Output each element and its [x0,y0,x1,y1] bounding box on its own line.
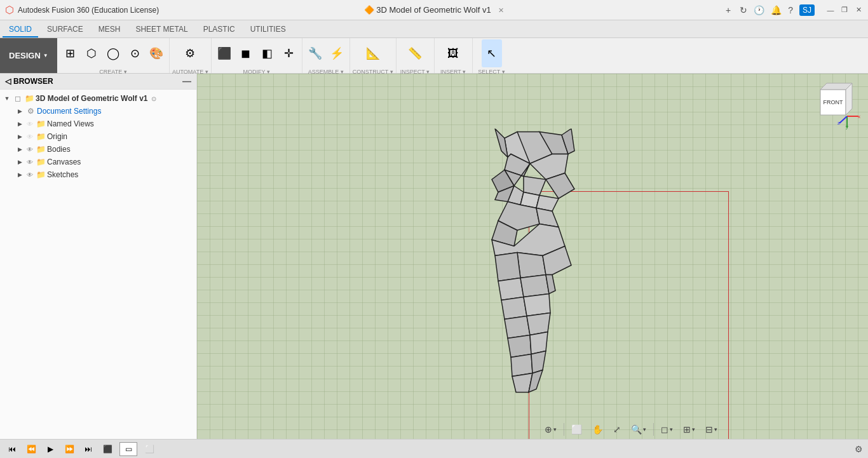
automate-button[interactable]: ⚙ [180,39,200,67]
tree-root-arrow[interactable]: ▼ [3,94,11,103]
tab-mesh[interactable]: MESH [92,22,127,37]
minimize-button[interactable]: — [826,6,835,15]
named-views-label: Named Views [47,119,94,128]
svg-marker-19 [517,252,546,278]
toolbar: DESIGN ▼ ⊞ ⬡ ◯ ⊙ 🎨 [0,38,868,74]
tab-solid[interactable]: SOLID [3,22,38,37]
notification-icon[interactable]: 🔔 [771,5,782,15]
canvases-folder-icon: 📁 [36,157,46,167]
toolbar-select-section: ↖ SELECT ▾ [473,38,511,73]
create-revolve-button[interactable]: ◯ [103,39,123,67]
anim-settings-icon[interactable]: ⚙ [855,444,863,454]
tab-sheet-metal[interactable]: SHEET METAL [129,22,194,37]
toolbar-construct-section: 📐 CONSTRUCT ▾ [350,38,397,73]
modify-push-pull-button[interactable]: ⬛ [214,39,234,67]
design-button[interactable]: DESIGN ▼ [0,38,57,73]
named-views-arrow[interactable]: ▶ [15,119,24,128]
bodies-label: Bodies [47,145,71,154]
modify-chamfer-button[interactable]: ◧ [257,39,278,67]
create-new-component-button[interactable]: ⊞ [60,39,80,67]
sketches-arrow[interactable]: ▶ [15,170,24,179]
viewport[interactable]: FRONT x y z ⊕ ▾ ⬜ [197,74,868,458]
anim-step-forward-button[interactable]: ⏩ [62,442,76,456]
assemble-button[interactable]: 🔧 [305,39,325,67]
animation-bar: ⏮ ⏪ ▶ ⏩ ⏭ ⬛ ▭ ⬜ ⚙ [0,439,868,458]
extrude-icon: ⬡ [86,48,97,59]
help-icon[interactable]: ? [788,5,793,15]
bodies-arrow[interactable]: ▶ [15,145,24,154]
browser-back-icon[interactable]: ◁ [5,77,11,86]
fit-view-button[interactable]: ⬜ [568,423,585,436]
svg-text:y: y [846,124,848,130]
view-cube[interactable]: FRONT x y z [811,80,862,131]
grid-button[interactable]: ⊞ ▾ [680,423,698,436]
anim-skip-forward-button[interactable]: ⏭ [81,442,95,456]
construct-button[interactable]: 📐 [363,39,383,67]
design-label: DESIGN [9,51,41,60]
automate-icon: ⚙ [185,48,195,59]
user-avatar[interactable]: SJ [799,4,815,16]
joint-icon: ⚡ [330,48,344,59]
refresh-icon[interactable]: ↻ [740,5,747,15]
modify-move-button[interactable]: ✛ [279,39,299,67]
toolbar-modify-section: ⬛ ◼ ◧ ✛ MODIFY ▾ [212,38,302,73]
new-tab-icon[interactable]: + [726,5,731,15]
tab-surface[interactable]: SURFACE [41,22,90,37]
zoom-select-button[interactable]: 🔍 ▾ [628,423,649,436]
svg-marker-25 [501,297,527,319]
anim-frame-icon-1[interactable]: ⬛ [100,442,114,456]
history-icon[interactable]: 🕐 [754,5,764,15]
canvases-arrow[interactable]: ▶ [15,158,24,166]
titlebar-right: + ↻ 🕐 🔔 ? SJ — ❐ ✕ [726,4,863,16]
browser-collapse-icon[interactable]: — [182,76,191,86]
design-arrow-icon: ▼ [43,53,48,58]
anim-frame-icon-2[interactable]: ▭ [119,442,137,456]
insert-button[interactable]: 🖼 [443,39,463,67]
svg-marker-22 [498,278,524,300]
doc-settings-arrow[interactable]: ▶ [15,107,24,116]
anim-frame-icon-3[interactable]: ⬜ [142,442,156,456]
orbit-tool-button[interactable]: ⊕ ▾ [541,423,560,436]
display-mode-arrow-icon: ▾ [670,426,673,433]
create-hole-button[interactable]: ⊙ [125,39,145,67]
anim-skip-back-button[interactable]: ⏮ [5,442,19,456]
close-tab-icon[interactable]: ✕ [498,6,504,14]
doc-settings-label: Document Settings [37,107,101,116]
browser-header: ◁ BROWSER — [0,74,196,90]
tree-item-named-views[interactable]: ▶ 👁 📁 Named Views [0,118,196,130]
inspect-button[interactable]: 📏 [405,39,425,67]
tab-plastic[interactable]: PLASTIC [197,22,241,37]
tree-item-canvases[interactable]: ▶ 👁 📁 Canvases [0,156,196,168]
pan-tool-button[interactable]: ✋ [589,423,606,436]
fillet-icon: ◼ [241,48,250,59]
inspect-icon: 📏 [408,48,422,59]
insert-icon: 🖼 [447,48,459,59]
anim-play-button[interactable]: ▶ [43,442,57,456]
zoom-extents-button[interactable]: ⤢ [610,423,624,436]
tree-root[interactable]: ▼ ◻ 📁 3D Model of Geometric Wolf v1 ⊙ [0,92,196,105]
svg-marker-3 [495,128,508,157]
tree-item-origin[interactable]: ▶ 👁 📁 Origin [0,130,196,143]
tree-item-bodies[interactable]: ▶ 👁 📁 Bodies [0,143,196,156]
origin-arrow[interactable]: ▶ [15,132,24,141]
tree-item-doc-settings[interactable]: ▶ ⚙ Document Settings [0,105,196,118]
bodies-folder-icon: 📁 [36,144,46,154]
tab-icon: 🔶 [364,5,374,15]
tree-root-folder-icon: 📁 [24,93,34,104]
tree-item-sketches[interactable]: ▶ 👁 📁 Sketches [0,168,196,181]
svg-marker-26 [524,293,550,316]
tab-utilities[interactable]: UTILITIES [244,22,292,37]
display-mode-button[interactable]: ◻ ▾ [658,423,676,436]
select-button[interactable]: ↖ [482,39,502,67]
assemble-joint-button[interactable]: ⚡ [327,39,347,67]
maximize-button[interactable]: ❐ [840,6,849,15]
modify-fillet-button[interactable]: ◼ [236,39,256,67]
anim-step-back-button[interactable]: ⏪ [24,442,38,456]
create-extrude-button[interactable]: ⬡ [81,39,102,67]
svg-marker-29 [508,335,531,357]
view-options-button[interactable]: ⊟ ▾ [702,423,721,436]
app-logo-icon: ⬡ [5,4,14,16]
close-button[interactable]: ✕ [854,6,863,15]
svg-line-41 [839,116,847,123]
create-more-button[interactable]: 🎨 [146,39,166,67]
